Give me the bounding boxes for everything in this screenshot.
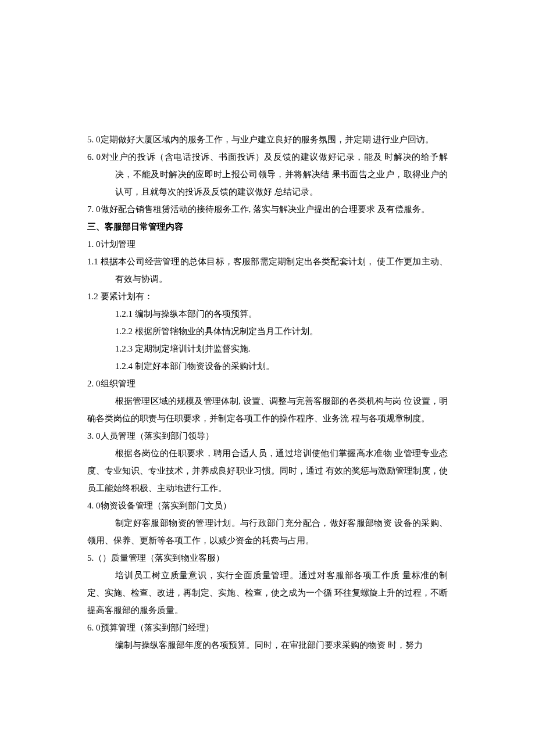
paragraph-17: 5.（）质量管理（落实到物业客服） [87, 549, 448, 567]
paragraph-1: 6. 0对业户的投诉（含电话投诉、书面投诉）及反馈的建议做好记录，能及 时解决的… [87, 148, 448, 200]
paragraph-15: 4. 0物资设备管理（落实到部门文员） [87, 497, 448, 514]
paragraph-10: 1.2.4 制定好本部门物资设备的采购计划。 [87, 357, 448, 375]
document-body: 5. 0定期做好大厦区域内的服务工作，与业户建立良好的服务氛围，并定期 进行业户… [87, 131, 448, 654]
paragraph-20: 编制与操纵客服部年度的各项预算。同时，在审批部门要求采购的物资 时，努力 [87, 636, 448, 654]
paragraph-8: 1.2.2 根据所管辖物业的具体情况制定当月工作计划。 [87, 323, 448, 340]
paragraph-9: 1.2.3 定期制定培训计划并监督实施. [87, 340, 448, 357]
document-page: 5. 0定期做好大厦区域内的服务工作，与业户建立良好的服务氛围，并定期 进行业户… [0, 0, 535, 756]
paragraph-14: 根据各岗位的任职要求，聘用合适人员，通过培训使他们掌握高水准物 业管理专业态度、… [87, 445, 448, 497]
paragraph-18: 培训员工树立质量意识，实行全面质量管理。通过对客服部各项工作质 量标准的制定、实… [87, 567, 448, 619]
paragraph-4: 1. 0计划管理 [87, 235, 448, 253]
paragraph-19: 6. 0预算管理（落实到部门经理） [87, 619, 448, 636]
paragraph-11: 2. 0组织管理 [87, 375, 448, 392]
paragraph-16: 制定好客服部物资的管理计划。与行政部门充分配合，做好客服部物资 设备的采购、领用… [87, 514, 448, 549]
paragraph-13: 3. 0人员管理（落实到部门领导） [87, 427, 448, 445]
paragraph-7: 1.2.1 编制与操纵本部门的各项预算。 [87, 305, 448, 323]
paragraph-12: 根据管理区域的规模及管理体制, 设置、调整与完善客服部的各类机构与岗 位设置，明… [87, 392, 448, 427]
paragraph-5: 1.1 根据本公司经营管理的总体目标，客服部需定期制定出各类配套计划， 使工作更… [87, 253, 448, 288]
paragraph-2: 7. 0做好配合销售租赁活动的接待服务工作, 落实与解决业户提出的合理要求 及有… [87, 200, 448, 218]
paragraph-3: 三、客服部日常管理内容 [87, 218, 448, 235]
paragraph-6: 1.2 要紧计划有： [87, 288, 448, 305]
paragraph-0: 5. 0定期做好大厦区域内的服务工作，与业户建立良好的服务氛围，并定期 进行业户… [87, 131, 448, 148]
